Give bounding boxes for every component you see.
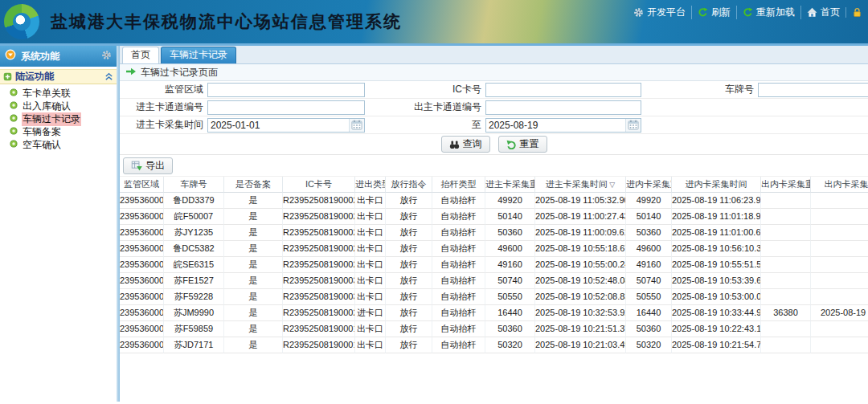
grid-header-cell-4[interactable]: 进出类型 (355, 177, 386, 193)
tab-home[interactable]: 首页 (122, 47, 159, 63)
grid-cell: R239525081900033 (283, 273, 355, 289)
arrow-right-icon (126, 67, 136, 78)
app-title: 盐城港大丰保税物流中心场站信息管理系统 (51, 10, 402, 33)
grid-cell: 是 (224, 321, 283, 337)
collapse-section-icon[interactable] (104, 70, 113, 84)
grid-cell: 49160 (485, 257, 535, 273)
grid-header-cell-0[interactable]: 监管区域 (120, 177, 164, 193)
search-icon (449, 140, 460, 149)
grid-header-cell-8[interactable]: 进主卡采集时间 ▽ (535, 177, 626, 193)
grid-cell: 2025-08-19 10:52:08.830 (535, 289, 626, 305)
grid-cell: 50140 (485, 209, 535, 225)
grid-header-cell-10[interactable]: 进内卡采集时间 (672, 177, 761, 193)
sort-desc-icon: ▽ (608, 181, 615, 189)
top-link-refresh[interactable]: 刷新 (691, 6, 736, 19)
filter-row: 进主卡通道编号出主卡通道编号 (120, 99, 868, 116)
grid-cell: 50360 (485, 225, 535, 241)
text-input-supervision-area[interactable] (207, 83, 365, 97)
grid-header-cell-2[interactable]: 是否备案 (224, 177, 283, 193)
text-input-ic-card-no[interactable] (485, 83, 641, 97)
table-row[interactable]: 2395360001皖SE6315是R239525081900023出卡口放行自… (120, 257, 868, 273)
grid-cell: 2025-08-19 11:05:32.900 (535, 193, 626, 209)
export-button-label: 导出 (145, 159, 165, 173)
section-icon (3, 70, 12, 84)
main-layout: 系统功能 陆运功能 车卡单关联出入库确认车辆过卡记录车辆备案空车确认 首页车辆过… (0, 46, 868, 402)
grid-cell: 出卡口 (355, 209, 386, 225)
grid-header-cell-9[interactable]: 进内卡采集重量 (626, 177, 672, 193)
sidebar-item-inout-storage-confirm[interactable]: 出入库确认 (0, 100, 117, 112)
text-input-exit-main-channel[interactable] (485, 100, 641, 115)
grid-cell: 放行 (386, 337, 432, 353)
filter-row: 监管区域IC卡号车牌号 (120, 81, 868, 99)
grid-cell (761, 273, 811, 289)
sidebar: 系统功能 陆运功能 车卡单关联出入库确认车辆过卡记录车辆备案空车确认 (0, 46, 117, 402)
top-link-home[interactable]: 首页 (800, 6, 845, 19)
collapse-all-icon[interactable] (5, 49, 16, 63)
calendar-icon[interactable] (625, 119, 641, 132)
table-row[interactable]: 2395360001苏FE1527是R239525081900033出卡口放行自… (120, 273, 868, 289)
grid-header-cell-12[interactable]: 出内卡采集时间 (811, 177, 868, 193)
query-button[interactable]: 查询 (441, 136, 490, 153)
reset-button[interactable]: 重置 (498, 136, 547, 153)
grid-cell: 放行 (386, 225, 432, 241)
top-link-dev-platform[interactable]: 开发平台 (628, 6, 691, 19)
tab-vehicle-pass-record[interactable]: 车辆过卡记录 (161, 47, 236, 63)
sidebar-item-vehicle-card-link[interactable]: 车卡单关联 (0, 87, 117, 100)
text-input-entry-main-channel[interactable] (207, 100, 365, 115)
grid-cell: 自动抬杆 (432, 193, 485, 209)
grid-cell: 自动抬杆 (432, 321, 485, 337)
grid-cell: 自动抬杆 (432, 289, 485, 305)
grid-cell: 2025-08-19 11:00:27.437 (535, 209, 626, 225)
table-row[interactable]: 2395360001苏JD7171是R239525081900015出卡口放行自… (120, 337, 868, 353)
sidebar-item-vehicle-filing[interactable]: 车辆备案 (0, 125, 117, 138)
field-label-supervision-area: 监管区域 (120, 83, 207, 96)
grid-cell: 苏F59228 (164, 289, 224, 305)
grid-cell: R239525081900023 (283, 257, 355, 273)
gear-icon[interactable] (101, 49, 112, 63)
grid-header-cell-11[interactable]: 出内卡采集重量 (761, 177, 811, 193)
grid-header-cell-3[interactable]: IC卡号 (283, 177, 355, 193)
grid-header-cell-5[interactable]: 放行指令 (386, 177, 432, 193)
grid-cell: 自动抬杆 (432, 273, 485, 289)
grid-cell: 出卡口 (355, 193, 386, 209)
grid-cell: 49160 (626, 257, 672, 273)
sidebar-header[interactable]: 系统功能 (0, 46, 117, 67)
date-input-entry-main-time-from[interactable] (208, 119, 349, 131)
grid-cell: 自动抬杆 (432, 337, 485, 353)
app-header: 盐城港大丰保税物流中心场站信息管理系统 开发平台刷新重新加载首页 (0, 0, 868, 46)
grid-cell: 2025-08-19 10:55:00.240 (535, 257, 626, 273)
grid-header-cell-1[interactable]: 车牌号 (164, 177, 224, 193)
sidebar-section-title: 陆运功能 (15, 70, 101, 84)
grid-cell: 49920 (485, 193, 535, 209)
grid-cell: 16440 (626, 305, 672, 321)
grid-header-cell-7[interactable]: 进主卡采集重量 (485, 177, 535, 193)
sidebar-item-vehicle-pass-record[interactable]: 车辆过卡记录 (0, 112, 117, 125)
home-icon (807, 7, 817, 18)
grid-cell (761, 225, 811, 241)
top-link-reload[interactable]: 重新加载 (736, 6, 800, 19)
grid-cell: 放行 (386, 305, 432, 321)
grid-cell (811, 225, 868, 241)
grid-cell (811, 209, 868, 225)
grid-header-cell-6[interactable]: 抬杆类型 (432, 177, 485, 193)
export-button[interactable]: 导出 (123, 157, 173, 174)
grid-cell: R239525081900015 (283, 337, 355, 353)
sidebar-title: 系统功能 (21, 50, 96, 63)
grid-cell: 2025-08-19 10:53:00.077 (672, 289, 761, 305)
filter-row: 进主卡采集时间至 (120, 116, 868, 134)
grid-cell: 2025-08-19 10:32:53.927 (535, 305, 626, 321)
grid-cell: 放行 (386, 321, 432, 337)
calendar-icon[interactable] (349, 119, 364, 132)
table-row[interactable]: 2395360001苏JY1235是R239525081900020出卡口放行自… (120, 225, 868, 241)
date-input-entry-main-time-to[interactable] (486, 119, 625, 131)
text-input-plate-no[interactable] (758, 83, 868, 97)
table-row[interactable]: 2395360001皖F50007是R239525081900022出卡口放行自… (120, 209, 868, 225)
table-row[interactable]: 2395360001鲁DD3379是R239525081900024出卡口放行自… (120, 193, 868, 209)
table-row[interactable]: 2395360001苏F59228是R239525081900032出卡口放行自… (120, 289, 868, 305)
table-row[interactable]: 2395360001鲁DC5382是R239525081900021出卡口放行自… (120, 241, 868, 257)
top-link-lock[interactable] (845, 7, 868, 18)
table-row[interactable]: 2395360001苏F59859是R239525081900019出卡口放行自… (120, 321, 868, 337)
table-row[interactable]: 2395360001苏JM9990是R239525081900029进卡口放行自… (120, 305, 868, 321)
sidebar-item-empty-vehicle-confirm[interactable]: 空车确认 (0, 138, 117, 151)
sidebar-section-header[interactable]: 陆运功能 (0, 69, 117, 84)
